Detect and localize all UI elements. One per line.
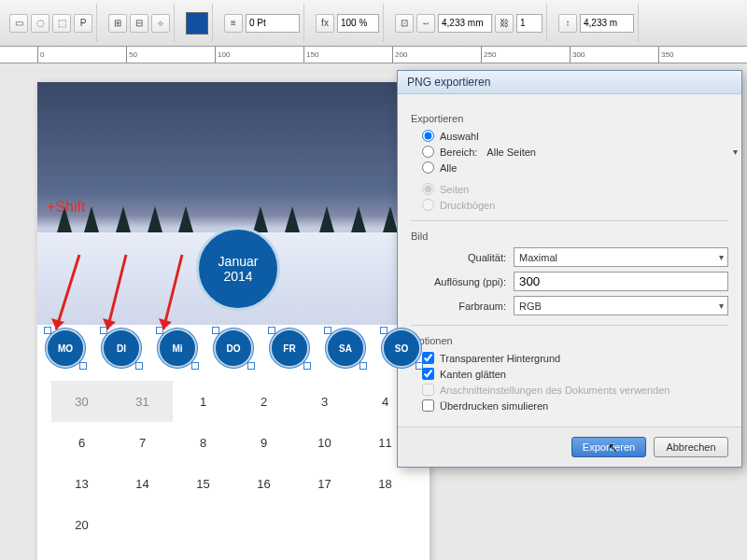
- cal-cell: [233, 504, 294, 545]
- cal-cell: 3: [294, 381, 355, 422]
- check-bleed-label: Anschnitteinstellungen des Dokuments ver…: [440, 385, 669, 396]
- check-bleed: [422, 384, 434, 396]
- cal-cell: [173, 504, 233, 545]
- cal-cell: 10: [294, 422, 355, 463]
- cursor-icon: ↖: [608, 441, 618, 455]
- dialog-title: PNG exportieren: [398, 71, 741, 94]
- quality-combo[interactable]: Maximal: [514, 247, 728, 267]
- ruler-tick: 350: [658, 47, 673, 63]
- cal-cell: 16: [233, 463, 294, 504]
- tool-type-icon[interactable]: P: [74, 14, 92, 33]
- radio-alle[interactable]: [422, 161, 434, 174]
- cal-cell: [112, 504, 173, 545]
- radio-auswahl[interactable]: [422, 130, 434, 142]
- quality-label: Qualität:: [411, 252, 514, 263]
- cal-cell: 30: [51, 381, 112, 422]
- transform-icon[interactable]: ⟐: [151, 14, 170, 33]
- cal-cell: 1: [173, 381, 233, 422]
- tool-marquee-icon[interactable]: ⬚: [52, 14, 71, 33]
- month-year: 2014: [223, 269, 252, 284]
- annotation-arrows-icon: [33, 245, 219, 348]
- png-export-dialog: PNG exportieren Exportieren Auswahl Bere…: [397, 70, 742, 468]
- align-icon[interactable]: ⊞: [108, 14, 127, 33]
- crop-icon[interactable]: ⊡: [395, 14, 414, 33]
- svg-line-0: [56, 255, 79, 329]
- colorspace-value: RGB: [519, 301, 542, 312]
- weekday-fr[interactable]: FR: [270, 329, 309, 368]
- quality-value: Maximal: [519, 252, 557, 263]
- arrow-h-icon[interactable]: ↔: [416, 14, 435, 33]
- cal-cell: 31: [112, 381, 173, 422]
- tool-pointer-icon[interactable]: ▭: [9, 14, 28, 33]
- ruler-tick: 0: [37, 47, 44, 63]
- link-icon[interactable]: ⛓: [495, 14, 514, 33]
- fill-color-swatch[interactable]: [186, 12, 208, 35]
- horizontal-ruler: 0 50 100 150 200 250 300 350: [0, 47, 747, 63]
- bereich-value: Alle Seiten: [486, 147, 536, 158]
- radio-seiten-label: Seiten: [440, 184, 469, 195]
- cal-cell: 13: [51, 463, 112, 504]
- weekday-so[interactable]: SO: [382, 329, 421, 368]
- image-section-label: Bild: [411, 231, 728, 242]
- radio-druckboegen-label: Druckbögen: [440, 200, 495, 211]
- cal-cell: 2: [233, 381, 294, 422]
- month-name: Januar: [218, 254, 259, 269]
- document-page[interactable]: +Shift Januar 2014 MO DI Mi DO FR SA SO …: [37, 82, 430, 560]
- resolution-label: Auflösung (ppi):: [411, 276, 514, 287]
- cal-cell: 7: [112, 422, 173, 463]
- export-button[interactable]: Exportieren ↖: [571, 437, 646, 457]
- radio-auswahl-label: Auswahl: [440, 131, 479, 142]
- cal-cell: 9: [233, 422, 294, 463]
- svg-line-4: [163, 255, 182, 329]
- svg-line-2: [107, 255, 126, 329]
- radio-druckboegen: [422, 199, 434, 211]
- ruler-tick: 250: [481, 47, 496, 63]
- export-section-label: Exportieren: [411, 113, 728, 124]
- colorspace-combo[interactable]: RGB: [514, 296, 728, 315]
- bereich-combo[interactable]: Alle Seiten: [486, 147, 728, 158]
- height-input[interactable]: [580, 14, 634, 33]
- ruler-tick: 300: [570, 47, 585, 63]
- check-overprint[interactable]: [422, 399, 434, 412]
- stroke-weight-input[interactable]: [246, 14, 300, 33]
- check-smooth-label: Kanten glätten: [440, 369, 506, 380]
- radio-bereich[interactable]: [422, 146, 434, 158]
- fx-icon[interactable]: fx: [316, 14, 334, 33]
- calendar-grid: 30 31 1 2 3 4 6 7 8 9 10 11 13 14 15 16 …: [37, 371, 430, 554]
- check-transparent-label: Transparenter Hintergrund: [440, 353, 560, 364]
- cal-cell: 20: [51, 504, 112, 545]
- count-input[interactable]: [516, 14, 543, 33]
- cal-cell: 15: [173, 463, 233, 504]
- check-overprint-label: Überdrucken simulieren: [440, 400, 548, 412]
- ruler-tick: 150: [303, 47, 318, 63]
- cal-cell: 6: [51, 422, 112, 463]
- ruler-tick: 200: [392, 47, 407, 63]
- stroke-icon[interactable]: ≡: [224, 14, 243, 33]
- cal-cell: [294, 504, 355, 545]
- cal-cell: 17: [294, 463, 355, 504]
- main-toolbar: ▭ ◌ ⬚ P ⊞ ⊟ ⟐ ≡ fx ⊡ ↔ ⛓ ↕: [0, 0, 747, 47]
- cal-cell: 18: [355, 463, 416, 504]
- colorspace-label: Farbraum:: [411, 301, 514, 312]
- cal-cell: 14: [112, 463, 173, 504]
- ruler-tick: 100: [215, 47, 230, 63]
- radio-bereich-label: Bereich:: [440, 147, 477, 158]
- width-input[interactable]: [438, 14, 492, 33]
- cancel-button[interactable]: Abbrechen: [654, 437, 728, 457]
- resolution-input[interactable]: [514, 272, 728, 291]
- radio-seiten: [422, 183, 434, 195]
- shift-annotation: +Shift: [47, 199, 85, 216]
- zoom-input[interactable]: [337, 14, 379, 33]
- radio-alle-label: Alle: [440, 162, 457, 174]
- weekday-do[interactable]: DO: [214, 329, 253, 368]
- cal-cell: [355, 504, 416, 545]
- distribute-icon[interactable]: ⊟: [130, 14, 148, 33]
- options-section-label: Optionen: [411, 335, 728, 346]
- cal-cell: 8: [173, 422, 233, 463]
- weekday-sa[interactable]: SA: [326, 329, 365, 368]
- ruler-tick: 50: [126, 47, 137, 63]
- tool-select-icon[interactable]: ◌: [31, 14, 49, 33]
- arrow-v-icon[interactable]: ↕: [558, 14, 577, 33]
